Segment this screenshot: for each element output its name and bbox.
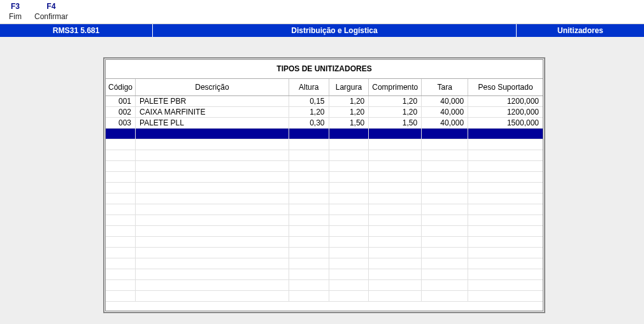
cell-descricao <box>136 183 289 194</box>
cell-comprimento <box>369 215 422 226</box>
cell-peso <box>468 237 543 248</box>
cell-altura <box>289 237 329 248</box>
cell-peso <box>468 172 543 183</box>
cell-altura <box>289 139 329 150</box>
cell-descricao <box>136 204 289 215</box>
cell-largura <box>329 139 369 150</box>
cell-comprimento <box>369 269 422 280</box>
cell-peso <box>468 226 543 237</box>
col-header-tara: Tara <box>422 79 468 96</box>
cell-descricao <box>136 237 289 248</box>
cell-tara <box>422 194 468 204</box>
cell-peso <box>468 194 543 204</box>
table-row-empty <box>106 139 543 150</box>
fkey-f3[interactable]: F3 Fim <box>9 0 22 22</box>
cell-tara <box>422 280 468 291</box>
cell-codigo <box>106 204 136 215</box>
cell-largura: 1,20 <box>329 107 369 118</box>
cell-codigo <box>106 291 136 302</box>
unitizer-panel: TIPOS DE UNITIZADORES Código Descrição A… <box>104 58 545 313</box>
cell-descricao <box>136 269 289 280</box>
table-row-empty <box>106 150 543 161</box>
cell-comprimento <box>369 183 422 194</box>
cell-descricao <box>136 291 289 302</box>
cell-codigo <box>106 194 136 204</box>
cell-descricao <box>136 129 289 139</box>
table-row[interactable]: 001PALETE PBR0,151,201,2040,0001200,000 <box>106 96 543 107</box>
cell-comprimento <box>369 139 422 150</box>
cell-comprimento: 1,20 <box>369 96 422 107</box>
cell-altura <box>289 226 329 237</box>
table-row-empty <box>106 291 543 302</box>
table-row[interactable]: 003PALETE PLL0,301,501,5040,0001500,000 <box>106 118 543 129</box>
cell-peso <box>468 258 543 269</box>
col-header-descricao: Descrição <box>136 79 289 96</box>
fkey-code: F4 <box>47 1 55 11</box>
cell-peso: 1200,000 <box>468 96 543 107</box>
cell-descricao: CAIXA MARFINITE <box>136 107 289 118</box>
cell-largura: 1,20 <box>329 96 369 107</box>
cell-tara: 40,000 <box>422 96 468 107</box>
cell-peso <box>468 215 543 226</box>
cell-altura: 1,20 <box>289 107 329 118</box>
cell-descricao <box>136 215 289 226</box>
cell-altura <box>289 269 329 280</box>
cell-peso <box>468 161 543 172</box>
unitizer-grid[interactable]: Código Descrição Altura Largura Comprime… <box>106 79 543 302</box>
cell-codigo <box>106 226 136 237</box>
table-row-empty <box>106 183 543 194</box>
cell-descricao <box>136 226 289 237</box>
cell-codigo: 001 <box>106 96 136 107</box>
cell-largura <box>329 237 369 248</box>
cell-largura <box>329 248 369 258</box>
col-header-altura: Altura <box>289 79 329 96</box>
cell-altura <box>289 172 329 183</box>
table-row-empty <box>106 280 543 291</box>
col-header-largura: Largura <box>329 79 369 96</box>
cell-largura <box>329 172 369 183</box>
cell-peso <box>468 139 543 150</box>
cell-peso <box>468 291 543 302</box>
cell-descricao <box>136 172 289 183</box>
cell-altura: 0,15 <box>289 96 329 107</box>
fkey-f4[interactable]: F4 Confirmar <box>34 0 68 22</box>
panel-title: TIPOS DE UNITIZADORES <box>106 60 543 79</box>
cell-altura: 0,30 <box>289 118 329 129</box>
cell-descricao: PALETE PLL <box>136 118 289 129</box>
table-row-empty <box>106 269 543 280</box>
cell-largura <box>329 150 369 161</box>
cell-descricao <box>136 139 289 150</box>
cell-codigo <box>106 172 136 183</box>
cell-altura <box>289 194 329 204</box>
table-row[interactable]: 002CAIXA MARFINITE1,201,201,2040,0001200… <box>106 107 543 118</box>
cell-tara <box>422 215 468 226</box>
cell-comprimento <box>369 204 422 215</box>
cell-peso <box>468 183 543 194</box>
title-module: Distribuição e Logística <box>153 24 517 37</box>
cell-comprimento: 1,50 <box>369 118 422 129</box>
cell-peso <box>468 129 543 139</box>
cell-peso: 1200,000 <box>468 107 543 118</box>
cell-descricao <box>136 150 289 161</box>
fkey-code: F3 <box>11 1 20 11</box>
table-row[interactable] <box>106 129 543 139</box>
table-row-empty <box>106 172 543 183</box>
cell-altura <box>289 280 329 291</box>
cell-largura <box>329 226 369 237</box>
cell-tara: 40,000 <box>422 118 468 129</box>
cell-altura <box>289 183 329 194</box>
cell-peso <box>468 248 543 258</box>
cell-tara <box>422 269 468 280</box>
cell-tara <box>422 237 468 248</box>
cell-comprimento <box>369 161 422 172</box>
cell-codigo <box>106 139 136 150</box>
cell-tara <box>422 150 468 161</box>
cell-altura <box>289 129 329 139</box>
function-key-bar: F3 Fim F4 Confirmar <box>0 0 644 24</box>
table-row-empty <box>106 237 543 248</box>
cell-largura <box>329 194 369 204</box>
cell-codigo <box>106 161 136 172</box>
cell-altura <box>289 248 329 258</box>
fkey-label: Fim <box>9 11 22 22</box>
cell-altura <box>289 204 329 215</box>
